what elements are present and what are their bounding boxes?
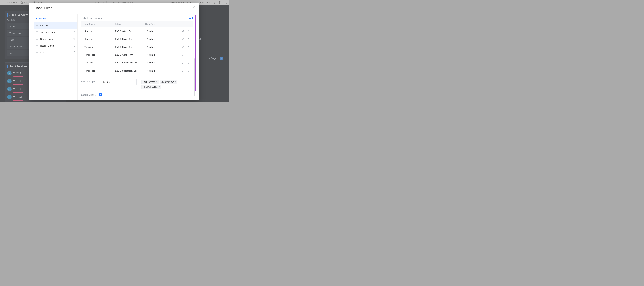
scrollbar[interactable] bbox=[194, 58, 195, 96]
filter-list-item[interactable]: Group Name bbox=[34, 36, 78, 42]
cell-dataset: EnOS_Wind_Farm bbox=[115, 54, 146, 56]
table-row: Realtime EnOS_Substation_Site [P]mdmId bbox=[81, 59, 193, 67]
preview-button[interactable]: Preview bbox=[7, 1, 18, 4]
chart-tool-button[interactable] bbox=[213, 1, 216, 4]
filter-label: Group Name bbox=[40, 38, 71, 40]
edit-icon[interactable] bbox=[182, 61, 185, 64]
filter-list-item[interactable]: Site List bbox=[34, 22, 78, 29]
filter-label: Site Type Group bbox=[40, 31, 71, 34]
cell-field: [P]mdmId bbox=[146, 61, 178, 64]
widget-scope-label: Widget Scope bbox=[81, 79, 97, 83]
plus-icon: + bbox=[36, 17, 37, 20]
widget-scope-select[interactable]: Include bbox=[101, 79, 136, 85]
cell-dataset: EnOS_Solar_Site bbox=[115, 38, 146, 40]
filter-list-item[interactable]: Site Type Group bbox=[34, 29, 78, 36]
widget-tag-label: Fault Devices bbox=[143, 81, 155, 83]
col-field: Data Field bbox=[145, 23, 178, 25]
remove-tag-icon[interactable]: ✕ bbox=[156, 81, 158, 83]
delete-filter-button[interactable] bbox=[73, 38, 76, 40]
chevron-down-icon bbox=[132, 80, 135, 83]
drag-handle-icon[interactable] bbox=[36, 25, 38, 27]
save-icon bbox=[20, 1, 23, 4]
save-button[interactable]: Save bbox=[20, 1, 30, 4]
add-filter-button[interactable]: + Add Filter bbox=[34, 16, 78, 22]
widget-scope-tags[interactable]: Fault Devices✕Site Overview✕Realtime Out… bbox=[140, 79, 193, 90]
cell-field: [P]mdmId bbox=[146, 54, 178, 56]
fullscreen-button[interactable] bbox=[224, 1, 227, 4]
export-icon bbox=[219, 1, 221, 4]
filter-list-item[interactable]: Region Group bbox=[34, 42, 78, 49]
cell-field: [P]mdmId bbox=[146, 30, 178, 32]
delete-filter-button[interactable] bbox=[73, 45, 76, 47]
col-dataset: Dataset bbox=[114, 23, 145, 25]
modal-close-button[interactable] bbox=[192, 6, 196, 9]
delete-icon[interactable] bbox=[187, 61, 190, 64]
cell-source: Timeseries bbox=[84, 69, 115, 72]
eye-icon bbox=[7, 1, 10, 4]
edit-icon[interactable] bbox=[182, 30, 185, 33]
edit-icon[interactable] bbox=[182, 69, 185, 72]
save-label: Save bbox=[24, 2, 28, 4]
turbine-icon bbox=[7, 71, 12, 75]
delete-filter-button[interactable] bbox=[73, 24, 76, 27]
cell-source: Realtime bbox=[84, 38, 115, 40]
table-row: Realtime EnOS_Solar_Site [P]mdmId bbox=[81, 35, 193, 43]
drag-handle-icon[interactable] bbox=[36, 51, 38, 53]
delete-icon[interactable] bbox=[187, 69, 190, 72]
filter-label: Region Group bbox=[40, 45, 71, 47]
delete-icon[interactable] bbox=[187, 30, 190, 33]
widget-scope-value: Include bbox=[102, 81, 110, 83]
cell-source: Realtime bbox=[84, 61, 115, 64]
preview-label: Preview bbox=[10, 2, 18, 4]
turbine-icon bbox=[7, 95, 12, 99]
cell-dataset: EnOS_Substation_Site bbox=[115, 69, 146, 72]
export-button[interactable] bbox=[219, 1, 221, 4]
delete-icon[interactable] bbox=[187, 38, 190, 40]
filter-list-item[interactable]: Group bbox=[34, 49, 78, 56]
enable-clearing-label: Enable Cleari… bbox=[81, 93, 97, 96]
pager-prev[interactable]: ‹ bbox=[218, 57, 218, 60]
undo-icon bbox=[2, 1, 5, 4]
drag-handle-icon[interactable] bbox=[36, 45, 38, 47]
cell-field: [P]mdmId bbox=[146, 46, 178, 48]
svg-point-0 bbox=[8, 2, 9, 3]
delete-icon[interactable] bbox=[187, 46, 190, 48]
undo-button[interactable] bbox=[2, 1, 5, 4]
data-sources-table: Data Source Dataset Data Field Realtime … bbox=[81, 21, 193, 75]
enable-clearing-checkbox[interactable] bbox=[98, 93, 102, 96]
cell-source: Realtime bbox=[84, 30, 115, 32]
linked-sources-label: Linked Data Sources bbox=[82, 17, 102, 20]
edit-icon[interactable] bbox=[182, 38, 185, 40]
delete-filter-button[interactable] bbox=[73, 51, 76, 54]
remove-tag-icon[interactable]: ✕ bbox=[174, 81, 176, 83]
pager-page-1[interactable]: 1 bbox=[220, 57, 223, 60]
edit-icon[interactable] bbox=[182, 54, 185, 56]
widget-tag-label: Site Overview bbox=[161, 81, 174, 83]
fault-device-name: WF013 bbox=[13, 72, 21, 75]
col-source: Data Source bbox=[84, 23, 114, 25]
cell-field: [P]mdmId bbox=[146, 69, 178, 72]
check-icon bbox=[99, 94, 101, 96]
chart-line-icon bbox=[213, 1, 216, 4]
add-datasource-button[interactable]: + Add bbox=[187, 17, 193, 20]
add-label: Add bbox=[189, 17, 193, 20]
pager-next[interactable]: › bbox=[224, 57, 225, 60]
drag-handle-icon[interactable] bbox=[36, 31, 38, 33]
cell-field: [P]mdmId bbox=[146, 38, 178, 40]
delete-filter-button[interactable] bbox=[73, 31, 76, 33]
delete-icon[interactable] bbox=[187, 54, 190, 56]
plus-icon: + bbox=[187, 17, 188, 20]
widget-tag[interactable]: Fault Devices✕ bbox=[142, 80, 159, 84]
hidden-box-label: Hidden Box bbox=[200, 2, 210, 4]
fault-device-name: WFF100 bbox=[13, 80, 22, 82]
remove-tag-icon[interactable]: ✕ bbox=[158, 86, 160, 88]
widget-tag-label: Realtime Output bbox=[143, 86, 158, 88]
pager-size[interactable]: 16/page bbox=[209, 57, 216, 60]
widget-tag[interactable]: Realtime Output✕ bbox=[142, 85, 161, 89]
widget-tag[interactable]: Site Overview✕ bbox=[160, 80, 177, 84]
global-filter-modal: Global Filter + Add Filter Site List Sit… bbox=[29, 3, 199, 100]
sort-icon[interactable]: ⇅ bbox=[224, 35, 225, 36]
chevron-down-icon bbox=[189, 83, 192, 86]
edit-icon[interactable] bbox=[182, 46, 185, 48]
drag-handle-icon[interactable] bbox=[36, 38, 38, 40]
